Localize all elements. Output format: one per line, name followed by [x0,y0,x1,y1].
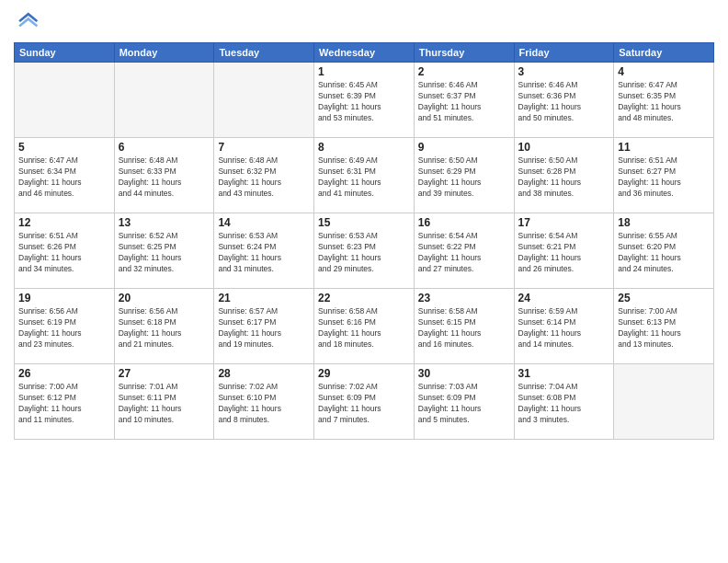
header-day: Wednesday [314,43,415,63]
day-info: Sunrise: 6:57 AMSunset: 6:17 PMDaylight:… [218,306,310,350]
calendar-cell: 17Sunrise: 6:54 AMSunset: 6:21 PMDayligh… [514,213,614,289]
calendar-cell: 23Sunrise: 6:58 AMSunset: 6:15 PMDayligh… [414,289,514,364]
week-row: 5Sunrise: 6:47 AMSunset: 6:34 PMDaylight… [15,138,714,213]
calendar-cell [614,364,714,440]
day-number: 7 [218,141,310,154]
day-number: 18 [618,216,710,229]
calendar-cell: 1Sunrise: 6:45 AMSunset: 6:39 PMDaylight… [314,63,415,138]
day-number: 9 [418,141,510,154]
day-info: Sunrise: 6:54 AMSunset: 6:22 PMDaylight:… [418,231,510,275]
header-day: Thursday [414,43,514,63]
day-info: Sunrise: 7:04 AMSunset: 6:08 PMDaylight:… [518,382,610,426]
calendar-cell: 8Sunrise: 6:49 AMSunset: 6:31 PMDaylight… [314,138,415,213]
calendar-cell: 5Sunrise: 6:47 AMSunset: 6:34 PMDaylight… [15,138,115,213]
day-info: Sunrise: 7:02 AMSunset: 6:10 PMDaylight:… [218,382,310,426]
calendar-cell: 18Sunrise: 6:55 AMSunset: 6:20 PMDayligh… [614,213,714,289]
calendar-cell [114,63,214,138]
day-number: 28 [218,367,310,380]
day-number: 29 [318,367,410,380]
week-row: 12Sunrise: 6:51 AMSunset: 6:26 PMDayligh… [15,213,714,289]
calendar-cell: 30Sunrise: 7:03 AMSunset: 6:09 PMDayligh… [414,364,514,440]
calendar-cell: 22Sunrise: 6:58 AMSunset: 6:16 PMDayligh… [314,289,415,364]
calendar: SundayMondayTuesdayWednesdayThursdayFrid… [14,42,714,440]
header-row: SundayMondayTuesdayWednesdayThursdayFrid… [15,43,714,63]
day-number: 14 [218,216,310,229]
day-number: 10 [518,141,610,154]
day-info: Sunrise: 6:48 AMSunset: 6:32 PMDaylight:… [218,155,310,200]
day-number: 5 [18,141,110,154]
day-number: 13 [119,216,210,229]
calendar-cell: 9Sunrise: 6:50 AMSunset: 6:29 PMDaylight… [414,138,514,213]
day-info: Sunrise: 6:59 AMSunset: 6:14 PMDaylight:… [518,306,610,350]
calendar-cell: 31Sunrise: 7:04 AMSunset: 6:08 PMDayligh… [514,364,614,440]
day-number: 17 [518,216,610,229]
week-row: 1Sunrise: 6:45 AMSunset: 6:39 PMDaylight… [15,63,714,138]
day-number: 12 [18,216,110,229]
header-day: Monday [114,43,214,63]
calendar-cell: 28Sunrise: 7:02 AMSunset: 6:10 PMDayligh… [214,364,314,440]
day-info: Sunrise: 6:53 AMSunset: 6:24 PMDaylight:… [218,231,310,275]
day-info: Sunrise: 6:51 AMSunset: 6:27 PMDaylight:… [618,155,710,200]
day-number: 24 [518,292,610,304]
day-info: Sunrise: 6:56 AMSunset: 6:18 PMDaylight:… [119,306,210,350]
day-info: Sunrise: 6:56 AMSunset: 6:19 PMDaylight:… [18,306,110,350]
day-info: Sunrise: 6:58 AMSunset: 6:15 PMDaylight:… [418,306,510,350]
day-number: 3 [518,65,610,78]
calendar-cell: 16Sunrise: 6:54 AMSunset: 6:22 PMDayligh… [414,213,514,289]
calendar-cell: 15Sunrise: 6:53 AMSunset: 6:23 PMDayligh… [314,213,415,289]
calendar-cell: 27Sunrise: 7:01 AMSunset: 6:11 PMDayligh… [114,364,214,440]
day-info: Sunrise: 6:46 AMSunset: 6:37 PMDaylight:… [418,80,510,124]
calendar-cell: 20Sunrise: 6:56 AMSunset: 6:18 PMDayligh… [114,289,214,364]
day-number: 1 [318,65,410,78]
day-info: Sunrise: 6:45 AMSunset: 6:39 PMDaylight:… [318,80,410,124]
calendar-cell: 6Sunrise: 6:48 AMSunset: 6:33 PMDaylight… [114,138,214,213]
calendar-cell: 19Sunrise: 6:56 AMSunset: 6:19 PMDayligh… [15,289,115,364]
day-number: 22 [318,292,410,304]
day-number: 8 [318,141,410,154]
calendar-cell: 12Sunrise: 6:51 AMSunset: 6:26 PMDayligh… [15,213,115,289]
calendar-cell: 10Sunrise: 6:50 AMSunset: 6:28 PMDayligh… [514,138,614,213]
day-info: Sunrise: 6:58 AMSunset: 6:16 PMDaylight:… [318,306,410,350]
day-info: Sunrise: 6:48 AMSunset: 6:33 PMDaylight:… [119,155,210,200]
header-day: Sunday [15,43,115,63]
day-info: Sunrise: 6:53 AMSunset: 6:23 PMDaylight:… [318,231,410,275]
day-number: 21 [218,292,310,304]
calendar-cell [15,63,115,138]
day-info: Sunrise: 7:01 AMSunset: 6:11 PMDaylight:… [119,382,210,426]
week-row: 26Sunrise: 7:00 AMSunset: 6:12 PMDayligh… [15,364,714,440]
calendar-cell: 29Sunrise: 7:02 AMSunset: 6:09 PMDayligh… [314,364,415,440]
day-number: 25 [618,292,710,304]
calendar-cell: 21Sunrise: 6:57 AMSunset: 6:17 PMDayligh… [214,289,314,364]
day-number: 31 [518,367,610,380]
header-day: Friday [514,43,614,63]
day-info: Sunrise: 6:54 AMSunset: 6:21 PMDaylight:… [518,231,610,275]
header-day: Saturday [614,43,714,63]
day-info: Sunrise: 6:49 AMSunset: 6:31 PMDaylight:… [318,155,410,200]
logo-icon [14,9,40,35]
logo [14,9,43,35]
svg-rect-0 [14,9,40,35]
calendar-cell: 3Sunrise: 6:46 AMSunset: 6:36 PMDaylight… [514,63,614,138]
day-info: Sunrise: 7:00 AMSunset: 6:13 PMDaylight:… [618,306,710,350]
day-info: Sunrise: 6:50 AMSunset: 6:29 PMDaylight:… [418,155,510,200]
calendar-cell: 2Sunrise: 6:46 AMSunset: 6:37 PMDaylight… [414,63,514,138]
day-number: 15 [318,216,410,229]
day-info: Sunrise: 6:46 AMSunset: 6:36 PMDaylight:… [518,80,610,124]
day-info: Sunrise: 7:02 AMSunset: 6:09 PMDaylight:… [318,382,410,426]
header [14,9,714,35]
calendar-cell: 4Sunrise: 6:47 AMSunset: 6:35 PMDaylight… [614,63,714,138]
day-info: Sunrise: 6:52 AMSunset: 6:25 PMDaylight:… [119,231,210,275]
day-info: Sunrise: 6:47 AMSunset: 6:34 PMDaylight:… [18,155,110,200]
day-info: Sunrise: 6:47 AMSunset: 6:35 PMDaylight:… [618,80,710,124]
day-number: 20 [119,292,210,304]
page: SundayMondayTuesdayWednesdayThursdayFrid… [0,0,728,563]
week-row: 19Sunrise: 6:56 AMSunset: 6:19 PMDayligh… [15,289,714,364]
day-info: Sunrise: 6:50 AMSunset: 6:28 PMDaylight:… [518,155,610,200]
day-info: Sunrise: 6:55 AMSunset: 6:20 PMDaylight:… [618,231,710,275]
calendar-cell: 26Sunrise: 7:00 AMSunset: 6:12 PMDayligh… [15,364,115,440]
calendar-cell: 11Sunrise: 6:51 AMSunset: 6:27 PMDayligh… [614,138,714,213]
day-number: 6 [119,141,210,154]
day-number: 27 [119,367,210,380]
header-day: Tuesday [214,43,314,63]
calendar-cell: 14Sunrise: 6:53 AMSunset: 6:24 PMDayligh… [214,213,314,289]
